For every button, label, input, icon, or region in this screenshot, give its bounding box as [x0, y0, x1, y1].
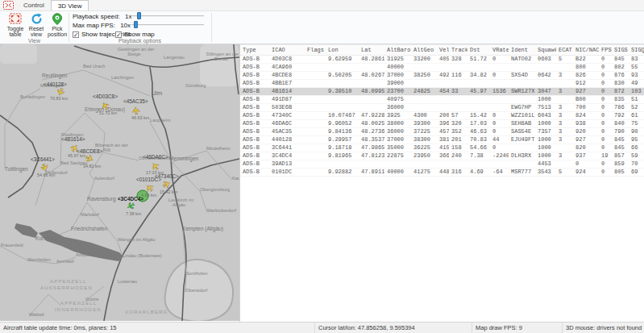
table-cell: 83 — [629, 56, 644, 64]
table-row-4D03C8[interactable]: ADS-B4D03C89.6295948.2861331925332004053… — [240, 56, 644, 64]
table-cell: 9.50205 — [326, 72, 359, 80]
column-header-type[interactable]: Type — [240, 45, 269, 56]
table-cell: 9.29957 — [326, 136, 359, 144]
table-cell: 38300 — [411, 136, 437, 144]
table-cell: 45AC35 — [269, 128, 305, 136]
status-cursor-latlon: Cursor lat/lon: 47.856258, 9.595394 — [314, 323, 472, 333]
column-header-dst[interactable]: Dst — [467, 45, 490, 56]
table-cell: 37000 — [384, 136, 411, 144]
table-cell: 3 — [556, 152, 573, 160]
table-row-3C4DC4[interactable]: ADS-B3C4DC49.8196547.8123222875239503662… — [240, 152, 644, 160]
table-cell: 75 — [629, 120, 644, 128]
table-row-0101DC[interactable]: ADS-B0101DC9.9288247.8911740000412754483… — [240, 169, 644, 177]
table-row-4B1614[interactable]: ADS-B4B16149.3951048.0995223700248254543… — [240, 88, 644, 96]
table-cell — [305, 72, 326, 80]
slider-thumb[interactable] — [134, 21, 138, 28]
column-header-altbaro[interactable]: AltBaro — [384, 45, 411, 56]
table-cell — [359, 160, 384, 169]
map-city-label: Wangen im Allgäu — [118, 237, 156, 242]
table-cell: 6043 — [535, 112, 556, 120]
reset-view-button[interactable]: Reset view — [25, 12, 48, 36]
aircraft-distance-label: 7.38 km — [126, 211, 142, 216]
column-header-flags[interactable]: Flags — [305, 45, 326, 56]
table-cell — [411, 64, 437, 72]
table-cell — [467, 80, 490, 88]
column-header-icao[interactable]: ICAO — [269, 45, 305, 56]
table-row-4BB1E7[interactable]: ADS-B4BB1E739000912083049 — [240, 80, 644, 88]
map-terrain-patch — [0, 44, 37, 64]
column-header-sigs[interactable]: SIGS — [612, 45, 629, 56]
table-cell — [490, 160, 509, 169]
table-cell: 820 — [573, 144, 599, 152]
checkbox-icon[interactable]: ✓ — [115, 31, 122, 38]
map-view[interactable]: ReutlingenBad UrachGeislingen an derStei… — [0, 44, 239, 321]
checkbox-icon[interactable]: ✓ — [73, 31, 79, 38]
table-row-3C6441[interactable]: ADS-B3C64419.1871847.9865435000362254151… — [240, 144, 644, 152]
airplane-icon[interactable]: ✈ — [130, 106, 142, 115]
table-cell: 9.96052 — [326, 120, 359, 128]
column-header-sigq[interactable]: SIGQ — [629, 45, 644, 56]
table-cell — [490, 64, 509, 72]
tab-control[interactable]: Control — [17, 0, 51, 10]
table-cell: 46.63 — [467, 128, 490, 136]
checkbox-show-map[interactable]: ✓Show map — [115, 31, 155, 38]
playback-speed-label: Playback speed: — [73, 13, 120, 20]
table-row-46DA6C[interactable]: ADS-B46DA6C9.9605248.0025338000393003963… — [240, 120, 644, 128]
toggle-table-icon — [4, 12, 27, 26]
toggle-table-button[interactable]: Toggle table — [4, 12, 27, 36]
slider-thumb[interactable] — [137, 12, 141, 19]
column-header-fps[interactable]: FPS — [599, 45, 612, 56]
table-cell: ADS-B — [240, 160, 269, 169]
table-cell: 0 — [490, 144, 509, 152]
map-city-label: Allgäu — [172, 202, 185, 207]
table-cell: 845 — [612, 144, 629, 152]
table-cell — [305, 80, 326, 88]
table-cell: 5 — [556, 56, 573, 64]
map-city-label: Sonthofen — [186, 271, 207, 276]
column-header-lat[interactable]: Lat — [359, 45, 384, 56]
max-fps-slider[interactable] — [131, 21, 204, 27]
table-cell: 0 — [599, 169, 612, 177]
map-city-label: Arbon — [76, 252, 88, 257]
playback-speed-slider[interactable] — [131, 12, 204, 19]
map-city-label: Wattwil — [29, 312, 44, 317]
table-row-39AD13[interactable]: ADS-B39AD1344530085970 — [240, 160, 644, 169]
table-cell: 24825 — [411, 88, 437, 96]
map-city-label: Kempten (Allgäu) — [182, 226, 223, 232]
table-row-47340C[interactable]: ADS-B47340C10.0746747.922873925430020057… — [240, 112, 644, 120]
column-header-lon[interactable]: Lon — [326, 45, 359, 56]
map-city-label: Lustenau — [118, 279, 137, 284]
table-cell: ADS-B — [240, 169, 269, 177]
table-row-4BCDE8[interactable]: ADS-B4BCDE89.5020548.0267837000382504921… — [240, 72, 644, 80]
table-row-4CA960[interactable]: ADS-B4CA96040000800080255 — [240, 64, 644, 72]
map-city-label: Günzburg — [185, 83, 206, 88]
column-header-velo[interactable]: Velo — [437, 45, 449, 56]
table-cell: 0101DC — [269, 169, 305, 177]
table-cell: 39AD13 — [269, 160, 305, 169]
table-cell: 35000 — [384, 144, 411, 152]
column-header-track[interactable]: Track — [449, 45, 467, 56]
map-city-label: Amriswil — [56, 259, 74, 264]
table-cell: ADS-B — [240, 104, 269, 112]
aircraft-table-panel: TypeICAOFlagsLonLatAltBaroAltGeoVeloTrac… — [239, 44, 644, 322]
column-header-nic-nac[interactable]: NIC/NAC — [573, 45, 599, 56]
pick-position-button[interactable]: Pick position — [46, 12, 69, 36]
table-row-45AC35[interactable]: ADS-B45AC359.8413648.2736936000372254573… — [240, 128, 644, 136]
map-city-label: Frauenfeld — [1, 243, 23, 248]
table-cell — [326, 160, 359, 169]
table-cell — [359, 64, 384, 72]
column-header-ecat[interactable]: ECAT — [556, 45, 573, 56]
column-header-vrate[interactable]: VRate — [490, 45, 509, 56]
table-row-503E6B[interactable]: ADS-B503E6B36000EWG7HP75133700078652 — [240, 104, 644, 112]
table-row-440128[interactable]: ADS-B4401289.2995748.3537637000383003812… — [240, 136, 644, 144]
table-cell: 937 — [573, 152, 599, 160]
column-header-altgeo[interactable]: AltGeo — [411, 45, 437, 56]
table-cell: 0 — [599, 56, 612, 64]
table-row-491D87[interactable]: ADS-B491D87409751000B00083551 — [240, 96, 644, 104]
column-header-squawk[interactable]: Squawk — [535, 45, 556, 56]
table-cell: 33200 — [411, 56, 437, 64]
tab-3d-view[interactable]: 3D View — [51, 0, 89, 10]
table-cell: 0 — [599, 120, 612, 128]
column-header-ident[interactable]: Ident — [509, 45, 535, 56]
table-cell — [467, 160, 490, 169]
